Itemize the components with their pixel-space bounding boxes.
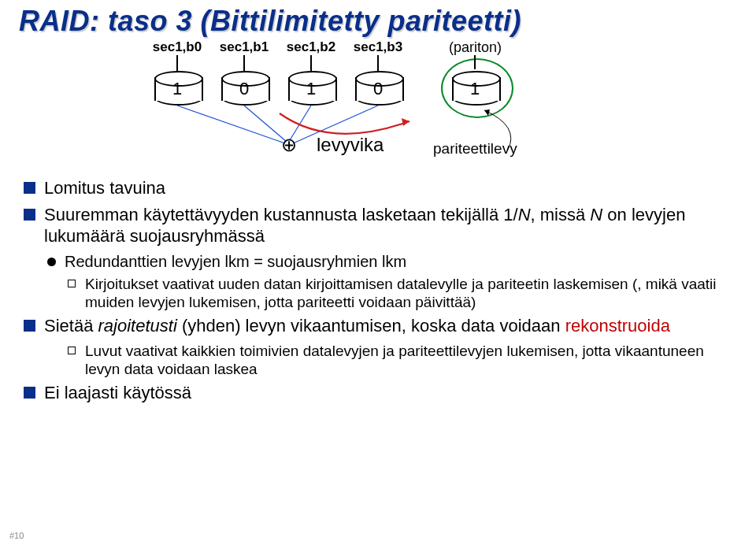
var-n1: N [518,205,531,224]
pariton-label: (pariton) [449,39,502,56]
bullet-ei: Ei laajasti käytössä [22,382,737,404]
text: Suuremman käytettävyyden kustannusta las… [44,205,518,224]
svg-line-0 [177,106,285,143]
disk-value: 0 [221,79,267,99]
xor-symbol: ⊕ [277,134,301,156]
sec-label-0: sec1,b0 [150,39,205,55]
disk-1: 0 [221,71,267,102]
disk-connector [310,55,312,71]
text-red: rekonstruoida [565,316,670,336]
disk-connector [474,55,476,69]
bullet-luvut: Luvut vaativat kaikkien toimivien datale… [22,342,737,380]
sec-label-3: sec1,b3 [350,39,406,55]
disk-connector [377,55,379,71]
text: Sietää [44,316,98,336]
bullet-kirjoitukset: Kirjoitukset vaativat uuden datan kirjoi… [22,275,737,313]
disk-connector [176,55,178,71]
disk-value: 0 [355,79,401,99]
bullet-redund: Redundanttien levyjen lkm = suojausryhmi… [22,252,737,272]
text: (yhden) levyn vikaantumisen, koska data … [177,316,565,336]
raid-diagram: sec1,b0 sec1,b1 sec1,b2 sec1,b3 1 0 1 0 … [150,39,591,173]
disk-2: 1 [288,71,334,102]
slide-number: #10 [9,531,24,540]
sec-label-2: sec1,b2 [284,39,339,55]
pariteettilevy-label: pariteettilevy [433,140,517,158]
disk-3: 0 [355,71,401,102]
bullet-sietaa: Sietää rajoitetusti (yhden) levyn vikaan… [22,315,737,337]
disk-value: 1 [288,79,334,99]
disk-connector [243,55,245,71]
var-n2: N [590,205,602,224]
bullet-lomitus: Lomitus tavuina [22,177,737,199]
parity-disk: 1 [452,71,498,102]
svg-marker-4 [402,118,410,126]
text-ital: rajoitetusti [98,316,177,336]
disk-value: 1 [154,79,200,99]
disk-value: 1 [452,79,498,99]
content-area: Lomitus tavuina Suuremman käytettävyyden… [22,177,737,409]
bullet-suuremman: Suuremman käytettävyyden kustannusta las… [22,204,737,247]
sec-label-1: sec1,b1 [217,39,272,55]
text: , missä [531,205,591,224]
levyvika-label: levyvika [317,134,384,156]
disk-0: 1 [154,71,200,102]
page-title: RAID: taso 3 (Bittilimitetty pariteetti) [19,5,521,38]
